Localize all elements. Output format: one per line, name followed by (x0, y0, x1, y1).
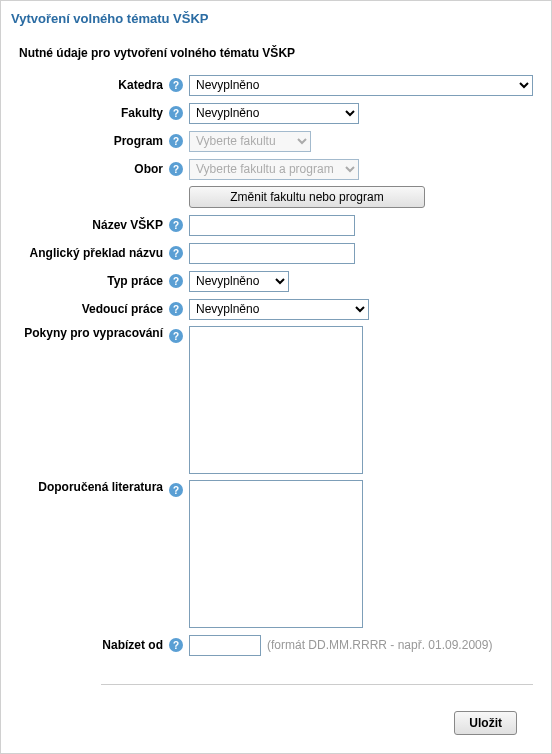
row-literatura: Doporučená literatura ? (11, 480, 541, 628)
select-obor: Vyberte fakultu a program (189, 159, 359, 180)
save-button[interactable]: Uložit (454, 711, 517, 735)
label-program: Program (11, 134, 169, 148)
divider (101, 684, 533, 685)
select-vedouci-prace[interactable]: Nevyplněno (189, 299, 369, 320)
button-row: Uložit (11, 711, 541, 735)
textarea-doporucena-literatura[interactable] (189, 480, 363, 628)
label-pokyny: Pokyny pro vypracování (11, 326, 169, 340)
help-icon[interactable]: ? (169, 274, 183, 288)
form-container: Vytvoření volného tématu VŠKP Nutné údaj… (0, 0, 552, 754)
help-icon[interactable]: ? (169, 134, 183, 148)
select-katedra[interactable]: Nevyplněno (189, 75, 533, 96)
help-icon[interactable]: ? (169, 218, 183, 232)
input-nabizet-od[interactable] (189, 635, 261, 656)
row-vedouci: Vedoucí práce ? Nevyplněno (11, 298, 541, 320)
help-icon[interactable]: ? (169, 78, 183, 92)
help-icon[interactable]: ? (169, 329, 183, 343)
label-anglicky: Anglický překlad názvu (11, 246, 169, 260)
select-program: Vyberte fakultu (189, 131, 311, 152)
label-nazev: Název VŠKP (11, 218, 169, 232)
input-anglicky-preklad[interactable] (189, 243, 355, 264)
change-faculty-program-button[interactable]: Změnit fakultu nebo program (189, 186, 425, 208)
help-icon[interactable]: ? (169, 106, 183, 120)
row-pokyny: Pokyny pro vypracování ? (11, 326, 541, 474)
input-nazev-vskp[interactable] (189, 215, 355, 236)
label-vedouci: Vedoucí práce (11, 302, 169, 316)
help-icon[interactable]: ? (169, 162, 183, 176)
label-literatura: Doporučená literatura (11, 480, 169, 494)
help-icon[interactable]: ? (169, 302, 183, 316)
row-katedra: Katedra ? Nevyplněno (11, 74, 541, 96)
help-icon[interactable]: ? (169, 483, 183, 497)
row-nazev: Název VŠKP ? (11, 214, 541, 236)
label-katedra: Katedra (11, 78, 169, 92)
row-obor: Obor ? Vyberte fakultu a program (11, 158, 541, 180)
row-fakulty: Fakulty ? Nevyplněno (11, 102, 541, 124)
page-title: Vytvoření volného tématu VŠKP (11, 11, 541, 26)
help-icon[interactable]: ? (169, 638, 183, 652)
row-program: Program ? Vyberte fakultu (11, 130, 541, 152)
label-nabizet: Nabízet od (11, 638, 169, 652)
row-change-button: Změnit fakultu nebo program (11, 186, 541, 208)
label-fakulty: Fakulty (11, 106, 169, 120)
section-required-label: Nutné údaje pro vytvoření volného tématu… (19, 46, 541, 60)
select-typ-prace[interactable]: Nevyplněno (189, 271, 289, 292)
help-icon[interactable]: ? (169, 246, 183, 260)
row-anglicky: Anglický překlad názvu ? (11, 242, 541, 264)
label-obor: Obor (11, 162, 169, 176)
textarea-pokyny-vypracovani[interactable] (189, 326, 363, 474)
hint-nabizet-format: (formát DD.MM.RRRR - např. 01.09.2009) (267, 638, 492, 652)
label-typprace: Typ práce (11, 274, 169, 288)
row-nabizet: Nabízet od ? (formát DD.MM.RRRR - např. … (11, 634, 541, 656)
row-typprace: Typ práce ? Nevyplněno (11, 270, 541, 292)
select-fakulty[interactable]: Nevyplněno (189, 103, 359, 124)
